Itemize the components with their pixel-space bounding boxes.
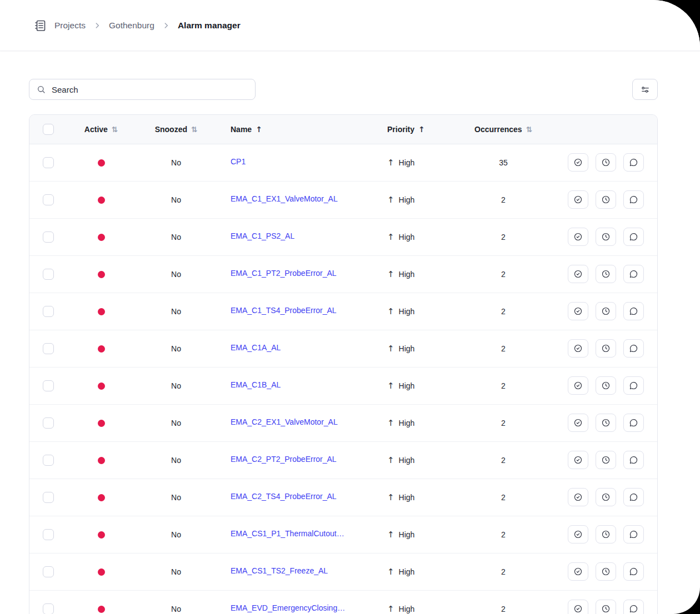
acknowledge-button[interactable]	[568, 525, 588, 543]
history-button[interactable]	[596, 376, 616, 395]
sort-icon[interactable]: ⇅	[191, 125, 197, 134]
history-button[interactable]	[596, 228, 616, 246]
row-checkbox[interactable]	[43, 417, 54, 429]
alarm-name-link[interactable]: EMA_EVD_EmergencyClosing…	[231, 603, 345, 612]
row-checkbox[interactable]	[43, 194, 54, 205]
sort-asc-icon[interactable]: ↑	[418, 125, 425, 134]
chat-bubble-icon	[629, 530, 638, 539]
breadcrumb-gothenburg[interactable]: Gothenburg	[109, 21, 154, 31]
select-all-checkbox[interactable]	[43, 124, 54, 135]
occurrences-value: 2	[501, 307, 506, 316]
comment-button[interactable]	[623, 451, 644, 469]
alarm-name-link[interactable]: EMA_C1_TS4_ProbeError_AL	[231, 306, 337, 315]
column-header-occurrences[interactable]: Occurrences ⇅	[474, 125, 532, 134]
check-circle-icon	[573, 530, 583, 539]
toolbar	[29, 79, 658, 100]
alarm-name-link[interactable]: EMA_CS1_TS2_Freeze_AL	[231, 566, 328, 575]
alarm-name-link[interactable]: CP1	[231, 157, 246, 166]
acknowledge-button[interactable]	[568, 600, 588, 614]
row-checkbox[interactable]	[43, 157, 54, 168]
alarm-name-link[interactable]: EMA_C1B_AL	[231, 380, 281, 389]
check-circle-icon	[573, 492, 583, 502]
alarm-name-link[interactable]: EMA_C1_PS2_AL	[231, 231, 294, 240]
column-header-name[interactable]: Name ↑	[231, 125, 262, 134]
comment-button[interactable]	[623, 265, 644, 283]
sliders-icon	[641, 85, 650, 94]
search-input[interactable]	[51, 84, 248, 95]
alarm-name-link[interactable]: EMA_C1_PT2_ProbeError_AL	[231, 269, 337, 278]
history-button[interactable]	[596, 302, 616, 320]
comment-button[interactable]	[623, 228, 644, 246]
row-checkbox[interactable]	[43, 529, 54, 540]
snoozed-value: No	[171, 307, 181, 316]
filter-button[interactable]	[632, 79, 658, 100]
row-checkbox[interactable]	[43, 566, 54, 577]
priority-cell: ↑ High	[387, 567, 414, 577]
sort-asc-icon[interactable]: ↑	[256, 125, 262, 134]
acknowledge-button[interactable]	[568, 302, 588, 320]
occurrences-value: 2	[501, 381, 506, 390]
clock-icon	[601, 604, 611, 613]
snoozed-value: No	[171, 530, 181, 539]
row-checkbox[interactable]	[43, 306, 54, 317]
column-header-priority[interactable]: Priority ↑	[387, 125, 425, 134]
acknowledge-button[interactable]	[568, 190, 588, 209]
comment-button[interactable]	[623, 153, 644, 172]
column-header-active[interactable]: Active ⇅	[84, 125, 118, 134]
history-button[interactable]	[596, 488, 616, 506]
clock-icon	[601, 269, 611, 279]
comment-button[interactable]	[623, 376, 644, 395]
acknowledge-button[interactable]	[568, 228, 588, 246]
history-button[interactable]	[596, 451, 616, 469]
snoozed-value: No	[171, 195, 181, 204]
sort-icon[interactable]: ⇅	[112, 125, 118, 134]
acknowledge-button[interactable]	[568, 488, 588, 506]
acknowledge-button[interactable]	[568, 376, 588, 395]
alarm-name-link[interactable]: EMA_C2_EX1_ValveMotor_AL	[231, 417, 338, 426]
comment-button[interactable]	[623, 414, 644, 432]
priority-up-arrow: ↑	[387, 344, 394, 354]
acknowledge-button[interactable]	[568, 451, 588, 469]
row-checkbox[interactable]	[43, 380, 54, 391]
row-checkbox[interactable]	[43, 603, 54, 614]
row-checkbox[interactable]	[43, 343, 54, 354]
acknowledge-button[interactable]	[568, 562, 588, 581]
acknowledge-button[interactable]	[568, 339, 588, 358]
active-indicator	[98, 494, 105, 501]
top-bar: Projects Gothenburg Alarm manager	[0, 0, 700, 51]
history-button[interactable]	[596, 265, 616, 283]
comment-button[interactable]	[623, 562, 644, 581]
row-checkbox[interactable]	[43, 455, 54, 466]
active-indicator	[98, 308, 105, 315]
breadcrumb: Projects Gothenburg Alarm manager	[33, 19, 241, 32]
alarm-name-link[interactable]: EMA_C2_PT2_ProbeError_AL	[231, 455, 337, 464]
alarm-name-link[interactable]: EMA_C2_TS4_ProbeError_AL	[231, 492, 337, 501]
history-button[interactable]	[596, 190, 616, 209]
history-button[interactable]	[596, 600, 616, 614]
alarm-name-link[interactable]: EMA_C1_EX1_ValveMotor_AL	[231, 194, 338, 203]
acknowledge-button[interactable]	[568, 414, 588, 432]
history-button[interactable]	[596, 525, 616, 543]
sort-icon[interactable]: ⇅	[526, 125, 532, 134]
history-button[interactable]	[596, 153, 616, 172]
comment-button[interactable]	[623, 339, 644, 358]
acknowledge-button[interactable]	[568, 153, 588, 172]
comment-button[interactable]	[623, 190, 644, 209]
acknowledge-button[interactable]	[568, 265, 588, 283]
history-button[interactable]	[596, 414, 616, 432]
comment-button[interactable]	[623, 600, 644, 614]
occurrences-value: 2	[501, 419, 506, 427]
row-checkbox[interactable]	[43, 492, 54, 503]
column-header-snoozed[interactable]: Snoozed ⇅	[155, 125, 198, 134]
history-button[interactable]	[596, 562, 616, 581]
comment-button[interactable]	[623, 302, 644, 320]
alarm-name-link[interactable]: EMA_CS1_P1_ThermalCutout…	[231, 529, 344, 538]
comment-button[interactable]	[623, 525, 644, 543]
row-checkbox[interactable]	[43, 231, 54, 243]
history-button[interactable]	[596, 339, 616, 358]
row-checkbox[interactable]	[43, 269, 54, 280]
comment-button[interactable]	[623, 488, 644, 506]
alarm-name-link[interactable]: EMA_C1A_AL	[231, 343, 281, 352]
chevron-right-icon	[93, 22, 101, 29]
breadcrumb-projects[interactable]: Projects	[54, 21, 86, 31]
